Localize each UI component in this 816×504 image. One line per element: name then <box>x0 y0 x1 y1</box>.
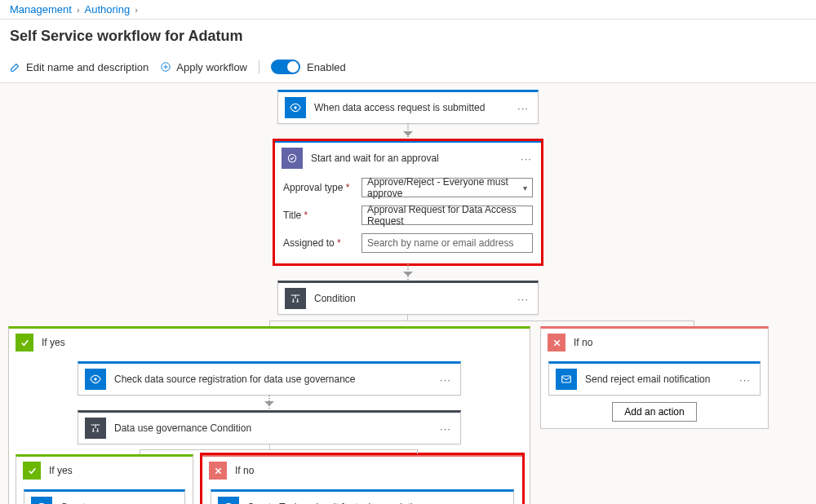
svg-rect-6 <box>562 376 571 382</box>
if-yes-label: If yes <box>42 337 523 348</box>
svg-point-1 <box>294 106 296 108</box>
card-menu[interactable]: ··· <box>737 374 753 386</box>
apply-workflow-label: Apply workflow <box>176 61 247 73</box>
breadcrumb-management[interactable]: Management <box>10 3 72 15</box>
chevron-down-icon: ▾ <box>523 183 527 192</box>
apply-workflow-button[interactable]: Apply workflow <box>160 61 247 73</box>
if-yes-branch: If yes Check data source registration fo… <box>8 326 530 504</box>
toolbar: Edit name and description Apply workflow… <box>0 55 816 83</box>
approval-assigned-label: Assigned to * <box>283 237 353 249</box>
toolbar-divider <box>259 60 259 73</box>
card-menu[interactable]: ··· <box>518 153 534 165</box>
mail-icon <box>556 369 577 390</box>
card-menu[interactable]: ··· <box>490 502 507 505</box>
condition-icon <box>85 418 106 439</box>
breadcrumb: Management › Authoring › <box>0 0 816 20</box>
check-data-source-card[interactable]: Check data source registration for data … <box>78 361 461 396</box>
if-no-label: If no <box>574 337 761 348</box>
approval-title: Start and wait for an approval <box>311 153 510 164</box>
check-title: Check data source registration for data … <box>114 374 429 385</box>
governance-condition-title: Data use governance Condition <box>114 422 429 434</box>
approval-type-select[interactable]: Approve/Reject - Everyone must approve ▾ <box>361 178 533 197</box>
toggle-switch-icon <box>271 60 300 74</box>
check-icon <box>23 462 41 480</box>
reject-email-card[interactable]: Send reject email notification ··· <box>548 361 761 396</box>
approval-card[interactable]: Start and wait for an approval ··· Appro… <box>274 140 542 264</box>
inner-if-no-branch: If no Create Task and wait for task comp… <box>202 454 523 504</box>
condition-title: Condition <box>314 293 507 304</box>
if-no-branch: If no Send reject email notification ···… <box>540 326 769 429</box>
edit-name-button[interactable]: Edit name and description <box>10 61 149 73</box>
approval-type-label: Approval type * <box>283 182 353 193</box>
approval-assigned-input[interactable]: Search by name or email address <box>361 233 533 253</box>
card-menu[interactable]: ··· <box>162 502 178 505</box>
close-icon <box>548 334 565 351</box>
inner-if-no-label: If no <box>235 465 516 476</box>
breadcrumb-authoring[interactable]: Authoring <box>85 3 131 15</box>
inner-if-yes-label: If yes <box>49 465 186 476</box>
enabled-toggle[interactable]: Enabled <box>271 60 346 74</box>
card-menu[interactable]: ··· <box>515 293 531 305</box>
card-menu[interactable]: ··· <box>437 422 454 435</box>
eye-icon <box>31 497 52 504</box>
connector-arrow <box>407 264 409 281</box>
add-action-button[interactable]: Add an action <box>612 402 696 422</box>
eye-icon <box>218 497 239 504</box>
pencil-icon <box>10 61 21 73</box>
approval-icon <box>282 148 303 169</box>
card-menu[interactable]: ··· <box>515 102 531 114</box>
card-menu[interactable]: ··· <box>437 374 454 386</box>
reject-email-title: Send reject email notification <box>585 374 729 385</box>
chevron-right-icon: › <box>135 5 138 15</box>
edit-name-label: Edit name and description <box>26 61 149 73</box>
connector-arrow <box>407 124 409 140</box>
approval-type-value: Approve/Reject - Everyone must approve <box>367 176 523 199</box>
approval-title-label: Title * <box>283 210 353 221</box>
inner-if-yes-branch: If yes Grant access ··· Add an action <box>16 454 193 504</box>
eye-icon <box>285 97 306 118</box>
governance-condition-card[interactable]: Data use governance Condition ··· <box>78 410 461 444</box>
close-icon <box>209 462 227 480</box>
chevron-right-icon: › <box>77 5 80 15</box>
create-task-card[interactable]: Create Task and wait for task completion… <box>211 489 514 504</box>
trigger-title: When data access request is submitted <box>314 102 507 113</box>
approval-title-input[interactable]: Approval Request for Data Access Request <box>361 206 533 225</box>
page-title: Self Service workflow for Adatum <box>0 20 816 55</box>
trigger-card[interactable]: When data access request is submitted ··… <box>277 90 539 124</box>
workflow-canvas: When data access request is submitted ··… <box>0 83 816 504</box>
grant-access-card[interactable]: Grant access ··· <box>24 489 185 504</box>
eye-icon <box>85 369 106 390</box>
enabled-label: Enabled <box>307 61 346 73</box>
svg-point-3 <box>94 378 96 380</box>
condition-card[interactable]: Condition ··· <box>277 281 539 315</box>
connector-arrow <box>268 396 270 410</box>
plus-circle-icon <box>160 61 171 73</box>
condition-icon <box>285 288 306 309</box>
check-icon <box>16 334 33 351</box>
